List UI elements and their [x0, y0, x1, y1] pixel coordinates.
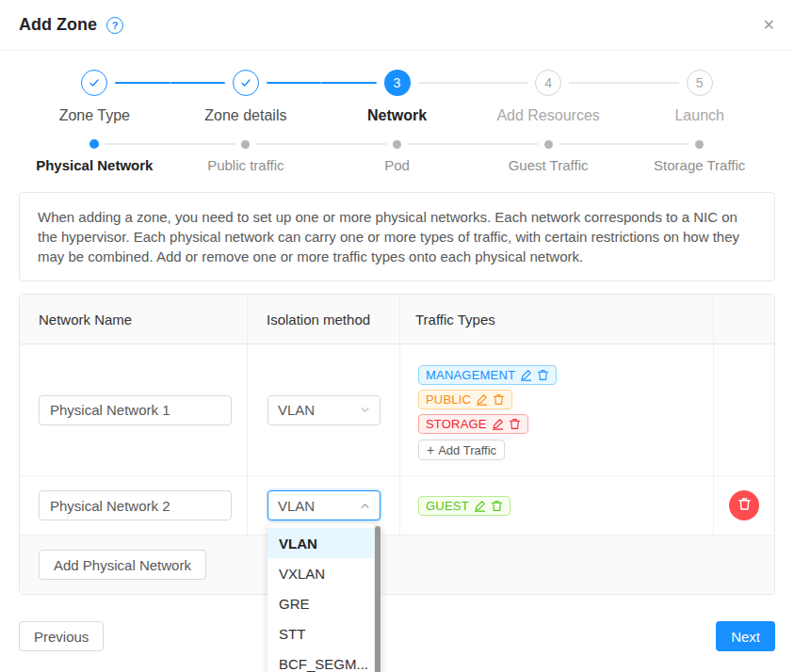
substep-label: Storage Traffic	[624, 157, 775, 173]
substep-physical-network: Physical Network	[19, 139, 170, 173]
step-track: 5	[624, 68, 775, 98]
step-track: 4	[473, 68, 624, 98]
previous-button[interactable]: Previous	[19, 621, 104, 651]
delete-traffic-icon[interactable]	[491, 500, 503, 512]
step-number-circle: 3	[384, 70, 411, 96]
substep-guest-traffic: Guest Traffic	[473, 139, 624, 173]
substep-pod: Pod	[321, 139, 473, 173]
step-label: Network	[321, 106, 473, 124]
table-row-2-actions-cell	[714, 476, 774, 536]
traffic-tag-management: MANAGEMENT	[418, 365, 557, 385]
delete-traffic-icon[interactable]	[509, 418, 521, 430]
dropdown-scrollbar[interactable]	[374, 524, 381, 672]
dropdown-option-vxlan[interactable]: VXLAN	[267, 558, 381, 588]
zone-network-help-text: When adding a zone, you need to set up o…	[19, 192, 775, 281]
trash-icon	[737, 497, 752, 514]
step-zone-details[interactable]: Zone details	[170, 68, 322, 124]
column-header-traffic-types: Traffic Types	[400, 295, 714, 344]
add-traffic-label: Add Traffic	[438, 443, 496, 457]
dialog-header: Add Zone ? ✕	[0, 0, 794, 51]
physical-networks-table: Network Name Isolation method Traffic Ty…	[19, 294, 775, 595]
delete-network-button[interactable]	[729, 490, 759, 520]
traffic-tag-public: PUBLIC	[418, 390, 512, 409]
traffic-tag-label: PUBLIC	[426, 392, 471, 407]
substep-label: Guest Traffic	[473, 157, 624, 173]
column-header-network-name: Network Name	[20, 295, 248, 344]
step-add-resources[interactable]: 4 Add Resources	[473, 68, 624, 124]
delete-traffic-icon[interactable]	[537, 369, 549, 381]
plus-icon: +	[427, 443, 434, 456]
dialog-title: Add Zone	[19, 15, 97, 35]
substep-storage-traffic: Storage Traffic	[624, 139, 775, 173]
network-name-input-2[interactable]	[39, 490, 232, 520]
select-value: VLAN	[278, 402, 315, 418]
step-number-circle: 5	[687, 70, 713, 96]
isolation-method-dropdown: VLAN VXLAN GRE STT BCF_SEGM...	[267, 524, 381, 672]
substep-dot	[393, 140, 401, 149]
edit-traffic-icon[interactable]	[520, 369, 532, 381]
substep-label: Public traffic	[170, 157, 322, 173]
substep-label: Physical Network	[19, 157, 170, 173]
traffic-tag-guest: GUEST	[418, 496, 510, 516]
dropdown-option-bcf-segment[interactable]: BCF_SEGM...	[267, 648, 381, 672]
isolation-method-select-2[interactable]: VLAN	[267, 490, 381, 520]
traffic-tag-label: STORAGE	[426, 417, 487, 431]
table-row-1-traffic-cell: MANAGEMENT PUBLIC STORAGE	[400, 344, 714, 476]
substep-dot	[241, 140, 250, 149]
table-row-1-name-cell	[20, 344, 248, 476]
step-number-circle: 4	[535, 70, 561, 96]
table-row-1-actions-cell	[714, 344, 774, 476]
step-track	[170, 68, 322, 98]
wizard-stepper: Zone Type Zone details 3 Network	[19, 68, 775, 124]
column-header-isolation-method: Isolation method	[248, 295, 400, 344]
substep-dot	[89, 139, 99, 149]
check-circle-icon	[81, 70, 107, 96]
step-zone-type[interactable]: Zone Type	[19, 68, 170, 124]
dropdown-scrollbar-thumb[interactable]	[375, 526, 381, 672]
substep-dot	[544, 140, 553, 149]
select-value: VLAN	[278, 498, 315, 514]
traffic-tag-label: MANAGEMENT	[426, 368, 515, 382]
dropdown-option-vlan[interactable]: VLAN	[267, 528, 381, 558]
add-traffic-button[interactable]: + Add Traffic	[418, 440, 505, 460]
column-header-actions	[714, 295, 774, 344]
step-label: Zone Type	[19, 106, 170, 124]
step-launch[interactable]: 5 Launch	[624, 68, 775, 124]
next-button[interactable]: Next	[716, 621, 775, 651]
network-name-input-1[interactable]	[39, 395, 232, 425]
substep-dot	[695, 140, 704, 149]
delete-traffic-icon[interactable]	[493, 393, 505, 406]
step-track	[19, 68, 170, 98]
table-row-2-name-cell	[20, 476, 248, 536]
add-physical-network-button[interactable]: Add Physical Network	[39, 550, 206, 580]
step-label: Add Resources	[473, 106, 624, 124]
step-track: 3	[321, 68, 473, 98]
check-circle-icon	[233, 70, 259, 96]
help-icon[interactable]: ?	[106, 17, 123, 34]
dropdown-option-stt[interactable]: STT	[267, 618, 381, 648]
network-substepper: Physical Network Public traffic Pod	[19, 139, 775, 173]
wizard-footer: Previous Next	[19, 621, 775, 651]
step-network[interactable]: 3 Network	[321, 68, 473, 124]
step-label: Zone details	[170, 106, 322, 124]
edit-traffic-icon[interactable]	[492, 418, 504, 430]
step-label: Launch	[624, 106, 775, 124]
table-row-1-isolation-cell: VLAN	[248, 344, 400, 476]
table-row-2-isolation-cell: VLAN VLAN VXLAN GRE STT BCF_SEGM...	[248, 476, 400, 536]
dropdown-option-gre[interactable]: GRE	[267, 588, 381, 618]
substep-public-traffic: Public traffic	[170, 139, 322, 173]
chevron-up-icon	[360, 498, 370, 514]
traffic-tag-label: GUEST	[426, 499, 469, 513]
close-icon[interactable]: ✕	[763, 18, 775, 33]
edit-traffic-icon[interactable]	[476, 393, 488, 406]
traffic-tag-storage: STORAGE	[418, 414, 528, 434]
edit-traffic-icon[interactable]	[474, 500, 486, 512]
table-row-2-traffic-cell: GUEST	[400, 476, 714, 536]
substep-label: Pod	[321, 157, 473, 173]
isolation-method-select-1[interactable]: VLAN	[267, 395, 381, 425]
chevron-down-icon	[360, 402, 370, 418]
table-footer: Add Physical Network	[20, 536, 774, 594]
